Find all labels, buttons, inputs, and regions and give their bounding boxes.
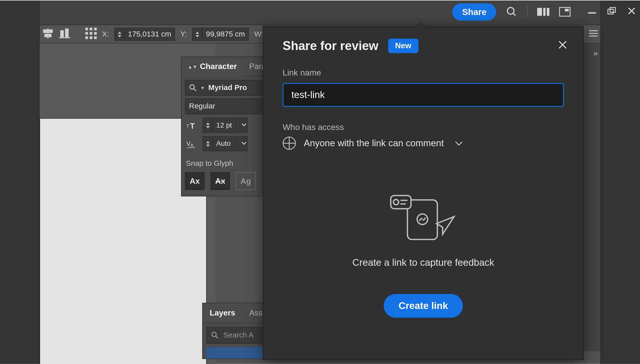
snap-glyph-bounds-button[interactable]: Ag: [236, 172, 255, 190]
svg-line-1: [513, 13, 516, 16]
access-value: Anyone with the link can comment: [304, 138, 444, 148]
share-for-review-dialog: Share for review New Link name Who has a…: [263, 26, 584, 360]
create-link-button[interactable]: Create link: [384, 294, 463, 318]
left-app-edge: [0, 0, 40, 364]
svg-rect-23: [85, 32, 88, 34]
y-label: Y:: [180, 30, 187, 38]
right-app-edge: [600, 0, 640, 364]
globe-icon: [283, 136, 296, 150]
svg-rect-5: [560, 7, 570, 16]
align-horizontal-icon[interactable]: [42, 28, 54, 40]
svg-rect-25: [94, 32, 97, 34]
layers-search-placeholder: Search A: [223, 331, 254, 340]
svg-text:A: A: [190, 142, 193, 148]
who-has-access-label: Who has access: [283, 122, 564, 132]
svg-rect-6: [565, 9, 568, 11]
y-value-input[interactable]: 99,9875 cm: [192, 28, 249, 41]
svg-rect-2: [537, 8, 542, 16]
svg-rect-28: [94, 36, 97, 39]
window-restore-icon[interactable]: [608, 7, 616, 16]
svg-point-48: [417, 214, 428, 224]
panel-layout-icon[interactable]: [559, 7, 570, 16]
snap-glyph-baseline-button[interactable]: Ax: [185, 172, 204, 190]
svg-text:V: V: [186, 140, 191, 147]
svg-text:T: T: [186, 124, 189, 129]
svg-line-33: [194, 88, 196, 91]
dialog-close-button[interactable]: [558, 39, 568, 52]
tab-character[interactable]: ▲▼Character: [182, 58, 243, 76]
control-strip-menu-icon[interactable]: [589, 30, 598, 39]
svg-rect-4: [547, 8, 550, 16]
svg-rect-7: [588, 12, 596, 14]
svg-rect-24: [90, 32, 92, 34]
link-name-input[interactable]: [283, 83, 564, 107]
svg-rect-14: [49, 30, 52, 32]
link-name-label: Link name: [283, 68, 564, 78]
tab-layers[interactable]: Layers: [203, 303, 242, 323]
kerning-input[interactable]: Auto: [203, 136, 248, 151]
x-value-input[interactable]: 175,0131 cm: [114, 28, 175, 41]
illustration-caption: Create a link to capture feedback: [352, 257, 494, 268]
window-close-icon[interactable]: [628, 7, 636, 16]
font-size-input[interactable]: 12 pt: [203, 118, 248, 132]
divider: [527, 6, 528, 18]
svg-rect-13: [44, 30, 47, 32]
x-label: X:: [102, 30, 109, 38]
svg-rect-20: [85, 27, 88, 30]
share-illustration: [388, 192, 458, 245]
new-badge: New: [388, 38, 418, 53]
svg-rect-8: [608, 9, 613, 14]
svg-rect-19: [66, 28, 68, 36]
workspace-switcher-icon[interactable]: [537, 7, 549, 16]
svg-rect-16: [49, 34, 51, 37]
svg-rect-15: [45, 34, 47, 37]
svg-text:T: T: [190, 121, 195, 130]
svg-rect-27: [90, 36, 92, 39]
svg-point-32: [190, 85, 194, 89]
right-panel-dock[interactable]: [583, 43, 600, 351]
w-label: W:: [254, 30, 263, 38]
access-dropdown[interactable]: Anyone with the link can comment: [283, 136, 564, 150]
share-button[interactable]: Share: [452, 3, 496, 20]
chevron-down-icon: [455, 138, 462, 146]
dialog-pointer: [416, 22, 426, 27]
svg-line-40: [216, 336, 218, 338]
transform-reference-icon[interactable]: [85, 27, 97, 41]
svg-rect-3: [543, 8, 546, 16]
svg-rect-26: [85, 36, 88, 39]
align-bottom-icon[interactable]: [59, 28, 70, 40]
kerning-icon: VA: [185, 139, 199, 148]
svg-rect-22: [94, 27, 97, 30]
snap-glyph-xheight-button[interactable]: Ax: [210, 172, 230, 190]
svg-rect-21: [90, 27, 92, 30]
svg-point-0: [507, 8, 514, 14]
font-size-icon: TT: [185, 121, 199, 130]
search-icon[interactable]: [506, 6, 518, 18]
svg-point-39: [212, 332, 216, 336]
dialog-title: Share for review: [283, 39, 378, 53]
svg-rect-18: [61, 30, 64, 36]
panel-expand-icon[interactable]: »: [593, 48, 598, 58]
window-minimize-icon[interactable]: [588, 7, 596, 16]
